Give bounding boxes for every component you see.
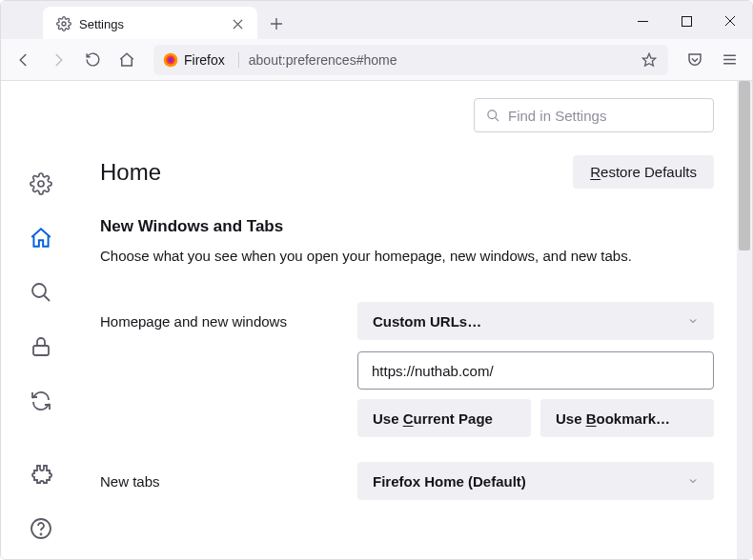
homepage-select-value: Custom URLs…: [373, 313, 481, 330]
home-button[interactable]: [112, 45, 142, 75]
newtabs-label: New tabs: [100, 473, 357, 490]
close-window-button[interactable]: [708, 6, 752, 36]
identity-box[interactable]: Firefox: [163, 52, 239, 68]
use-current-page-button[interactable]: Use Current Page: [357, 399, 531, 437]
homepage-url-input[interactable]: [357, 351, 714, 390]
sidebar-home[interactable]: [21, 221, 61, 256]
gear-icon: [56, 16, 71, 31]
sidebar-search[interactable]: [21, 275, 61, 310]
svg-marker-5: [642, 53, 655, 66]
close-tab-icon[interactable]: [229, 15, 246, 32]
page-title: Home: [100, 159, 161, 186]
sidebar-extensions[interactable]: [21, 456, 61, 491]
scroll-thumb[interactable]: [739, 81, 750, 250]
find-in-settings[interactable]: Find in Settings: [474, 98, 714, 132]
url-bar[interactable]: Firefox about:preferences#home: [153, 45, 668, 75]
tab-label: Settings: [79, 17, 124, 31]
settings-sidebar: [1, 81, 81, 559]
new-tab-button[interactable]: [261, 9, 292, 39]
sidebar-help[interactable]: [21, 510, 61, 546]
use-bookmark-button[interactable]: Use Bookmark…: [540, 399, 714, 437]
content: Find in Settings Home Restore Defaults N…: [1, 81, 752, 559]
svg-rect-8: [33, 346, 49, 355]
pocket-button[interactable]: [680, 45, 710, 75]
svg-point-0: [62, 22, 66, 26]
sidebar-general[interactable]: [21, 167, 61, 202]
back-button[interactable]: [9, 45, 39, 75]
svg-point-4: [168, 57, 173, 62]
menu-button[interactable]: [714, 45, 744, 75]
svg-rect-1: [682, 16, 691, 26]
sidebar-sync[interactable]: [21, 383, 61, 418]
browser-tab[interactable]: Settings: [43, 7, 257, 39]
search-placeholder: Find in Settings: [508, 108, 606, 124]
reload-button[interactable]: [77, 45, 108, 75]
forward-button[interactable]: [43, 45, 73, 75]
search-icon: [486, 109, 500, 123]
main-panel: Find in Settings Home Restore Defaults N…: [81, 81, 752, 559]
toolbar: Firefox about:preferences#home: [1, 39, 752, 81]
firefox-icon: [163, 52, 178, 68]
sidebar-privacy[interactable]: [21, 330, 61, 365]
restore-defaults-button[interactable]: Restore Defaults: [573, 155, 714, 189]
section-title: New Windows and Tabs: [100, 217, 714, 236]
identity-label: Firefox: [184, 52, 225, 68]
homepage-select[interactable]: Custom URLs…: [357, 302, 714, 340]
titlebar: Settings: [1, 1, 752, 39]
chevron-down-icon: [687, 315, 699, 327]
newtabs-select-value: Firefox Home (Default): [373, 473, 526, 490]
svg-point-7: [32, 284, 46, 297]
url-text: about:preferences#home: [249, 52, 397, 68]
maximize-button[interactable]: [664, 6, 708, 36]
bookmark-star-icon[interactable]: [640, 50, 659, 70]
svg-point-11: [488, 110, 497, 118]
svg-point-6: [38, 181, 44, 187]
minimize-button[interactable]: [621, 6, 664, 36]
homepage-label: Homepage and new windows: [100, 313, 357, 330]
window-controls: [621, 3, 752, 39]
scrollbar[interactable]: [737, 81, 752, 559]
chevron-down-icon: [687, 475, 699, 487]
newtabs-select[interactable]: Firefox Home (Default): [357, 462, 714, 500]
svg-point-10: [41, 533, 42, 534]
section-desc: Choose what you see when you open your h…: [100, 246, 714, 266]
